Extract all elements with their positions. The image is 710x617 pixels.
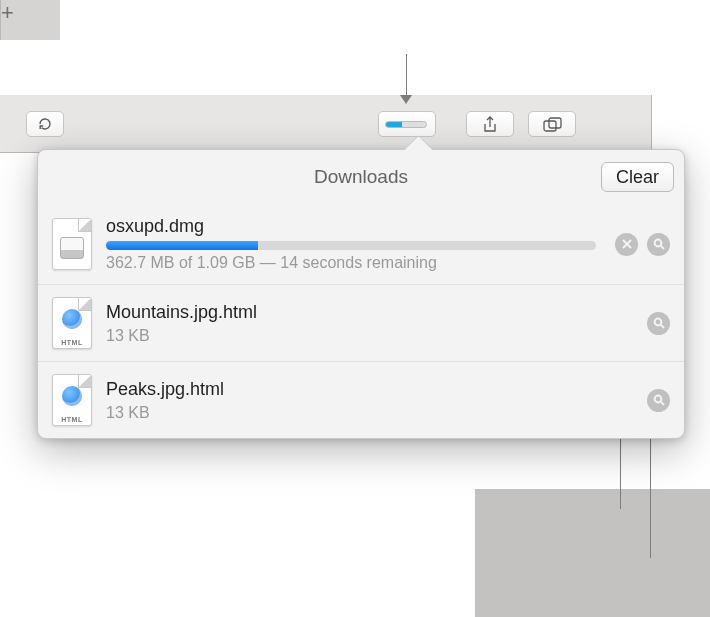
download-actions	[647, 389, 670, 412]
download-filename: osxupd.dmg	[106, 216, 605, 237]
reveal-in-finder-button[interactable]	[647, 389, 670, 412]
popover-title: Downloads	[314, 166, 408, 188]
download-progress-bar	[106, 241, 596, 250]
downloads-toolbar-button[interactable]	[378, 111, 436, 137]
tabs-overview-button[interactable]	[528, 111, 576, 137]
callout-arrowhead	[400, 95, 412, 104]
download-row: HTML Mountains.jpg.html 13 KB	[38, 284, 684, 361]
file-icon-html: HTML	[52, 374, 92, 426]
svg-rect-1	[549, 118, 561, 128]
download-filename: Peaks.jpg.html	[106, 379, 637, 400]
tabs-overview-icon	[543, 117, 562, 132]
downloads-popover: Downloads Clear osxupd.dmg 362.7 MB of 1…	[37, 149, 685, 439]
callout-line-bottom	[650, 438, 651, 558]
reveal-in-finder-button[interactable]	[647, 312, 670, 335]
magnifier-icon	[653, 317, 665, 329]
magnifier-icon	[653, 394, 665, 406]
download-row: HTML Peaks.jpg.html 13 KB	[38, 361, 684, 438]
reload-button[interactable]	[26, 111, 64, 137]
svg-point-3	[654, 319, 661, 326]
plus-icon: +	[1, 0, 14, 25]
share-button[interactable]	[466, 111, 514, 137]
download-row: osxupd.dmg 362.7 MB of 1.09 GB — 14 seco…	[38, 204, 684, 284]
download-meta: Peaks.jpg.html 13 KB	[106, 379, 637, 422]
svg-rect-0	[544, 121, 556, 131]
download-meta: Mountains.jpg.html 13 KB	[106, 302, 637, 345]
file-icon-dmg	[52, 218, 92, 270]
downloads-list: osxupd.dmg 362.7 MB of 1.09 GB — 14 seco…	[38, 204, 684, 438]
download-filename: Mountains.jpg.html	[106, 302, 637, 323]
new-tab-button[interactable]: +	[0, 0, 60, 40]
popover-header: Downloads Clear	[38, 150, 684, 204]
file-badge-html: HTML	[53, 416, 91, 423]
magnifier-icon	[653, 238, 665, 250]
download-status: 13 KB	[106, 327, 637, 345]
downloads-mini-progress	[385, 121, 427, 128]
download-status: 13 KB	[106, 404, 637, 422]
reload-icon	[37, 116, 53, 132]
download-actions	[647, 312, 670, 335]
reveal-in-finder-button[interactable]	[647, 233, 670, 256]
cancel-download-button[interactable]	[615, 233, 638, 256]
svg-point-4	[654, 396, 661, 403]
download-meta: osxupd.dmg 362.7 MB of 1.09 GB — 14 seco…	[106, 216, 605, 272]
close-icon	[621, 238, 633, 250]
svg-point-2	[654, 240, 661, 247]
file-badge-html: HTML	[53, 339, 91, 346]
download-actions	[615, 233, 670, 256]
background-panel	[475, 489, 710, 617]
share-icon	[482, 116, 498, 133]
file-icon-html: HTML	[52, 297, 92, 349]
callout-line-top	[406, 54, 407, 98]
download-status: 362.7 MB of 1.09 GB — 14 seconds remaini…	[106, 254, 605, 272]
screenshot-canvas: + Downloads Clear osxupd.dmg 362.7 MB of…	[0, 0, 710, 617]
clear-button[interactable]: Clear	[601, 162, 674, 192]
